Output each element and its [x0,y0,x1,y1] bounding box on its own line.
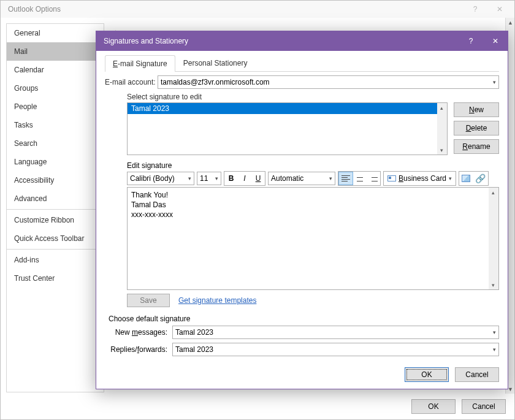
chevron-down-icon: ▾ [215,175,218,181]
align-left-button[interactable] [338,172,353,185]
choose-default-label: Choose default signature [109,315,499,323]
chevron-down-icon: ▾ [493,346,496,353]
bold-button[interactable]: B [224,172,238,185]
chevron-down-icon: ▾ [493,329,496,335]
sidebar-item-groups[interactable]: Groups [7,79,104,97]
chevron-down-icon: ▾ [449,175,452,181]
business-card-icon [387,175,396,181]
dialog-help-button[interactable]: ? [459,31,483,51]
underline-button[interactable]: U [251,172,265,185]
options-title: Outlook Options [3,5,463,13]
close-button[interactable]: ✕ [487,1,512,17]
dialog-titlebar: Signatures and Stationery ? ✕ [96,31,508,51]
signature-list-item[interactable]: Tamal 2023 [128,103,447,114]
rename-signature-button[interactable]: Rename [454,139,499,154]
sidebar-item-accessibility[interactable]: Accessibility [7,171,104,189]
signature-editor[interactable]: Thank You! Tamal Das xxx-xxx-xxxx ▴ ▾ [127,187,499,290]
help-button[interactable]: ? [463,1,487,17]
replies-forwards-label: Replies/forwards: [109,345,172,354]
sidebar-item-trust-center[interactable]: Trust Center [7,269,104,288]
tab-email-signature[interactable]: E-mail Signature [105,55,175,72]
insert-link-button[interactable]: 🔗 [473,172,488,185]
sidebar-item-people[interactable]: People [7,97,104,116]
italic-button[interactable]: I [238,172,251,185]
dialog-title: Signatures and Stationery [96,37,459,45]
delete-signature-button[interactable]: Delete [454,121,499,136]
chevron-down-icon: ▾ [493,79,496,85]
scroll-up-icon[interactable]: ▲ [506,18,515,27]
sidebar-item-general[interactable]: General [7,24,104,42]
dialog-tabs: E-mail Signature Personal Stationery [105,55,499,72]
sidebar-item-quick-access-toolbar[interactable]: Quick Access Toolbar [7,229,104,248]
editor-toolbar: Calibri (Body)▾ 11▾ B I U Automatic▾ Bus… [127,171,499,186]
signature-text[interactable]: Thank You! Tamal Das xxx-xxx-xxxx [128,188,498,223]
scroll-down-icon[interactable]: ▾ [489,280,498,289]
save-button[interactable]: Save [127,294,170,307]
options-ok-button[interactable]: OK [411,399,456,414]
chevron-down-icon: ▾ [188,175,191,181]
edit-signature-label: Edit signature [127,161,499,170]
sidebar-item-search[interactable]: Search [7,134,104,153]
align-right-button[interactable] [367,172,380,185]
sidebar-item-calendar[interactable]: Calendar [7,61,104,79]
signatures-dialog: Signatures and Stationery ? ✕ E-mail Sig… [96,31,508,389]
email-account-select[interactable]: tamaldas@zf3vr.onmicrosoft.com ▾ [158,75,499,89]
align-left-icon [341,175,350,181]
font-size-select[interactable]: 11▾ [197,172,221,185]
select-signature-label: Select signature to edit [127,93,499,101]
list-scrollbar[interactable]: ▴ ▾ [437,103,447,155]
email-account-value: tamaldas@zf3vr.onmicrosoft.com [161,78,270,86]
editor-scrollbar[interactable]: ▴ ▾ [489,188,498,289]
new-messages-label: New messages: [109,328,172,337]
sidebar-item-add-ins[interactable]: Add-ins [7,251,104,269]
insert-picture-button[interactable] [459,172,473,185]
align-center-icon [356,175,364,181]
options-sidebar: GeneralMailCalendarGroupsPeopleTasksSear… [6,23,104,392]
sidebar-item-tasks[interactable]: Tasks [7,116,104,134]
align-right-icon [369,175,378,181]
signature-list[interactable]: Tamal 2023 ▴ ▾ [127,102,448,155]
sidebar-item-mail[interactable]: Mail [7,42,104,61]
scroll-up-icon[interactable]: ▴ [437,103,446,112]
new-signature-button[interactable]: New [454,102,499,117]
tab-personal-stationery[interactable]: Personal Stationery [175,55,256,71]
font-color-select[interactable]: Automatic▾ [268,172,335,185]
get-templates-link[interactable]: Get signature templates [178,296,256,305]
new-messages-select[interactable]: Tamal 2023▾ [172,326,499,339]
options-cancel-button[interactable]: Cancel [462,399,506,414]
scroll-down-icon[interactable]: ▾ [437,145,446,155]
dialog-cancel-button[interactable]: Cancel [455,367,499,382]
replies-forwards-select[interactable]: Tamal 2023▾ [172,343,499,356]
scroll-up-icon[interactable]: ▴ [489,188,498,197]
email-account-label: E-mail account: [105,78,158,86]
dialog-close-button[interactable]: ✕ [483,31,508,51]
picture-icon [462,175,470,182]
sidebar-item-language[interactable]: Language [7,153,104,171]
align-center-button[interactable] [353,172,367,185]
dialog-footer: OK Cancel [96,361,508,389]
chevron-down-icon: ▾ [329,175,332,181]
sidebar-item-customize-ribbon[interactable]: Customize Ribbon [7,211,104,229]
sidebar-item-advanced[interactable]: Advanced [7,189,104,208]
options-footer: OK Cancel [411,394,514,419]
options-titlebar: Outlook Options ? ✕ [1,1,514,18]
business-card-button[interactable]: Business Card ▾ [383,171,456,186]
dialog-ok-button[interactable]: OK [405,367,449,382]
link-icon: 🔗 [475,174,486,183]
font-family-select[interactable]: Calibri (Body)▾ [127,172,194,185]
